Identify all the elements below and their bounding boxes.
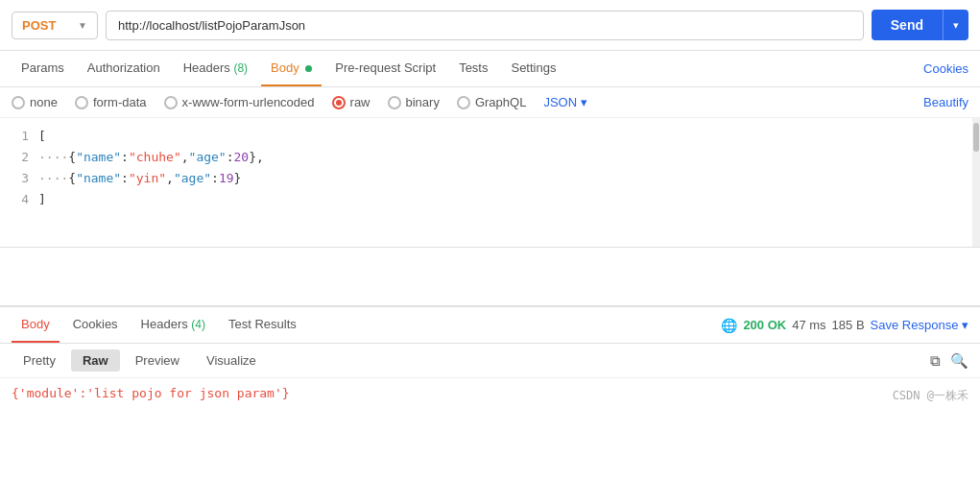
option-none[interactable]: none xyxy=(12,95,58,109)
radio-none xyxy=(12,96,25,109)
code-line-3: ····{"name":"yin","age":19} xyxy=(38,168,968,189)
radio-graphql xyxy=(457,96,470,109)
body-options-bar: none form-data x-www-form-urlencoded raw… xyxy=(0,87,980,118)
resp-tab-body[interactable]: Body xyxy=(12,307,60,343)
response-time: 47 ms xyxy=(792,318,825,332)
radio-urlencoded xyxy=(164,96,178,109)
json-format-select[interactable]: JSON ▾ xyxy=(543,95,587,109)
save-response-button[interactable]: Save Response ▾ xyxy=(871,318,968,332)
tab-headers[interactable]: Headers (8) xyxy=(174,51,257,86)
body-options-right: Beautify xyxy=(923,95,968,109)
response-meta: 🌐 200 OK 47 ms 185 B Save Response ▾ xyxy=(721,318,968,333)
response-size: 185 B xyxy=(832,318,865,332)
tab-tests[interactable]: Tests xyxy=(449,51,497,86)
code-line-4: ] xyxy=(38,189,968,210)
response-format-icons: ⧉ 🔍 xyxy=(930,352,968,370)
globe-icon: 🌐 xyxy=(721,318,737,333)
radio-form-data xyxy=(75,96,88,109)
code-line-1: [ xyxy=(38,126,968,147)
response-body-text: {'module':'list pojo for json param'} xyxy=(12,386,290,400)
method-label: POST xyxy=(22,18,56,33)
option-urlencoded[interactable]: x-www-form-urlencoded xyxy=(164,95,315,109)
scrollbar-thumb xyxy=(973,123,979,152)
fmt-tab-raw[interactable]: Raw xyxy=(71,349,120,372)
radio-binary xyxy=(388,96,401,109)
watermark: CSDN @一株禾 xyxy=(893,388,968,404)
beautify-button[interactable]: Beautify xyxy=(923,95,968,109)
method-chevron: ▼ xyxy=(78,20,87,31)
response-format-tabs: Pretty Raw Preview Visualize ⧉ 🔍 xyxy=(0,344,980,378)
status-code: 200 OK xyxy=(743,318,786,332)
request-nav-tabs: Params Authorization Headers (8) Body Pr… xyxy=(0,51,980,87)
editor-scrollbar[interactable] xyxy=(972,118,980,247)
resp-tab-test-results[interactable]: Test Results xyxy=(219,307,306,343)
tab-settings[interactable]: Settings xyxy=(501,51,565,86)
tab-body[interactable]: Body xyxy=(261,51,322,86)
cookies-link[interactable]: Cookies xyxy=(923,61,968,76)
response-tabs-bar: Body Cookies Headers (4) Test Results 🌐 … xyxy=(0,307,980,344)
option-graphql[interactable]: GraphQL xyxy=(457,95,526,109)
top-bar: POST ▼ Send ▾ xyxy=(0,0,980,51)
tab-params[interactable]: Params xyxy=(12,51,74,86)
send-dropdown-button[interactable]: ▾ xyxy=(943,10,968,40)
option-form-data[interactable]: form-data xyxy=(75,95,147,109)
code-content[interactable]: [ ····{"name":"chuhe","age":20}, ····{"n… xyxy=(35,118,972,247)
method-select[interactable]: POST ▼ xyxy=(12,12,98,39)
editor-empty-space xyxy=(0,248,980,305)
radio-raw xyxy=(332,96,346,109)
copy-icon[interactable]: ⧉ xyxy=(930,352,941,370)
option-raw[interactable]: raw xyxy=(332,95,370,109)
tab-pre-request[interactable]: Pre-request Script xyxy=(325,51,445,86)
response-section: Body Cookies Headers (4) Test Results 🌐 … xyxy=(0,305,980,408)
tab-authorization[interactable]: Authorization xyxy=(78,51,170,86)
send-button[interactable]: Send xyxy=(872,10,943,40)
fmt-tab-preview[interactable]: Preview xyxy=(124,349,191,372)
url-input[interactable] xyxy=(106,11,864,40)
body-active-dot xyxy=(305,65,312,72)
code-line-2: ····{"name":"chuhe","age":20}, xyxy=(38,147,968,168)
response-body: {'module':'list pojo for json param'} CS… xyxy=(0,378,980,408)
code-editor[interactable]: 1 2 3 4 [ ····{"name":"chuhe","age":20},… xyxy=(0,118,980,248)
option-binary[interactable]: binary xyxy=(388,95,440,109)
nav-right: Cookies xyxy=(923,61,968,76)
fmt-tab-visualize[interactable]: Visualize xyxy=(195,349,268,372)
resp-tab-cookies[interactable]: Cookies xyxy=(63,307,128,343)
send-button-group: Send ▾ xyxy=(872,10,968,40)
search-icon[interactable]: 🔍 xyxy=(950,352,968,370)
fmt-tab-pretty[interactable]: Pretty xyxy=(12,349,67,372)
resp-tab-headers[interactable]: Headers (4) xyxy=(131,307,215,343)
line-numbers: 1 2 3 4 xyxy=(0,118,35,247)
